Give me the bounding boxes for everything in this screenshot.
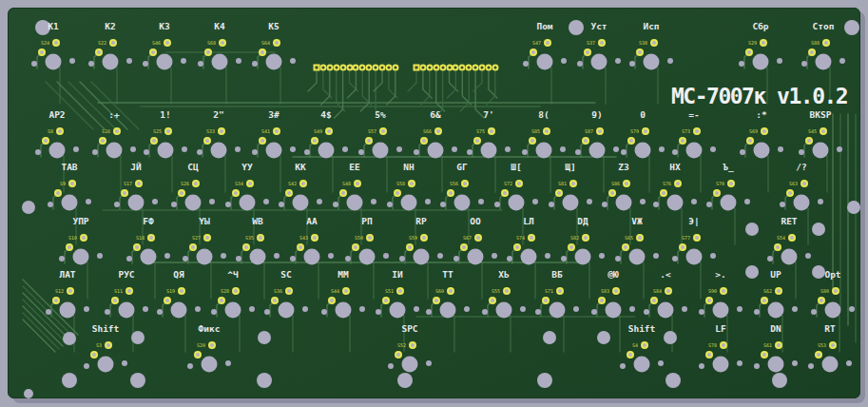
switch-pin-pad — [599, 253, 605, 259]
switch-hole-pad — [616, 195, 632, 211]
key-label: К2 — [105, 22, 115, 31]
switch-hole-pad — [454, 195, 471, 211]
diode-pad — [56, 127, 64, 135]
switch-pin-pad — [92, 149, 98, 155]
switch-hole-pad — [185, 195, 202, 211]
mounting-hole — [665, 373, 681, 388]
diode-pad — [761, 127, 768, 135]
switch-pin-pad — [672, 149, 678, 155]
diode-pad — [447, 189, 454, 197]
diode-pad — [822, 39, 830, 47]
diode-pad — [366, 234, 374, 242]
switch-pin-pad — [615, 256, 621, 262]
switch-pin-pad — [667, 58, 673, 64]
key-label: Щ] — [565, 163, 575, 172]
key-label: ^Ч — [227, 270, 238, 280]
diode-pad — [832, 287, 839, 295]
switch-pin-pad — [376, 309, 381, 315]
key-label: К5 — [268, 22, 279, 31]
mounting-hole — [772, 373, 787, 388]
diode-pad — [99, 137, 106, 145]
key-label: WВ — [252, 217, 262, 226]
switch-hole-pad — [336, 302, 352, 319]
switch-pin-pad — [86, 199, 91, 204]
diode-pad — [598, 39, 606, 47]
switch-pin-pad — [235, 146, 241, 152]
key-label: EЕ — [349, 163, 359, 172]
key-label: 6& — [430, 110, 440, 120]
diode-pad — [447, 287, 454, 295]
key-label: 1! — [160, 110, 170, 120]
switch-pin-pad — [849, 306, 855, 312]
diode-pad — [543, 127, 550, 135]
key-label: VЖ — [631, 217, 642, 226]
switch-hole-pad — [686, 249, 703, 265]
diode-pad — [474, 234, 482, 242]
mounting-hole — [24, 389, 33, 398]
switch-pin-pad — [629, 306, 635, 312]
diode-pad — [434, 127, 442, 135]
switch-pin-pad — [187, 363, 193, 369]
switch-pin-pad — [621, 149, 627, 155]
diode-pad — [328, 297, 336, 304]
diode-pad — [650, 297, 658, 304]
switch-hole-pad — [822, 357, 839, 373]
diode-pad — [354, 180, 361, 187]
switch-pin-pad — [640, 199, 646, 204]
diode-pad — [612, 287, 620, 295]
switch-pin-pad — [478, 199, 484, 204]
switch-pin-pad — [321, 309, 327, 315]
switch-pin-pad — [225, 202, 231, 207]
diode-pad — [149, 48, 157, 56]
diode-ref-label: S79 — [630, 129, 639, 134]
switch-hole-pad — [197, 249, 213, 265]
switch-pin-pad — [591, 309, 597, 315]
key-label: Ш[ — [511, 163, 521, 172]
diode-pad — [761, 351, 768, 359]
key-label: 2" — [213, 110, 223, 120]
switch-pin-pad — [209, 199, 215, 204]
switch-pin-pad — [507, 256, 512, 262]
switch-pin-pad — [358, 149, 364, 155]
diode-pad — [285, 189, 293, 197]
diode-pad — [665, 287, 672, 295]
key-label: UP — [770, 270, 781, 280]
switch-hole-pad — [496, 302, 512, 319]
diode-pad — [529, 137, 536, 145]
switch-pin-pad — [359, 306, 365, 312]
diode-pad — [80, 234, 87, 242]
diode-ref-label: S27 — [192, 236, 201, 241]
key-label: Стоп — [813, 22, 835, 31]
diode-pad — [111, 297, 119, 304]
diode-pad — [420, 234, 428, 242]
switch-pin-pad — [342, 146, 348, 152]
diode-pad — [395, 351, 402, 359]
switch-hole-pad — [537, 54, 553, 70]
diode-ref-label: S71 — [545, 289, 553, 294]
diode-ref-label: S56 — [450, 182, 458, 186]
diode-ref-label: S83 — [601, 289, 609, 294]
diode-pad — [513, 243, 521, 251]
diode-pad — [515, 180, 523, 187]
diode-pad — [568, 243, 575, 251]
diode-pad — [133, 243, 141, 251]
diode-pad — [150, 137, 158, 145]
diode-pad — [788, 234, 796, 242]
diode-pad — [409, 341, 416, 349]
switch-pin-pad — [587, 199, 592, 204]
key-label: HХ — [669, 163, 680, 172]
diode-pad — [273, 39, 280, 47]
diode-ref-label: S34 — [235, 182, 243, 186]
diode-pad — [339, 189, 347, 197]
switch-hole-pad — [768, 357, 784, 373]
diode-ref-label: S12 — [55, 289, 64, 294]
diode-ref-label: S47 — [532, 41, 541, 46]
diode-pad — [720, 341, 727, 349]
diode-pad — [582, 234, 589, 242]
key-label: QЯ — [173, 270, 183, 280]
switch-hole-pad — [49, 143, 66, 159]
mounting-hole — [258, 331, 271, 344]
diode-ref-label: S65 — [625, 236, 633, 241]
switch-pin-pad — [425, 199, 431, 204]
diode-ref-label: S88 — [811, 41, 820, 46]
